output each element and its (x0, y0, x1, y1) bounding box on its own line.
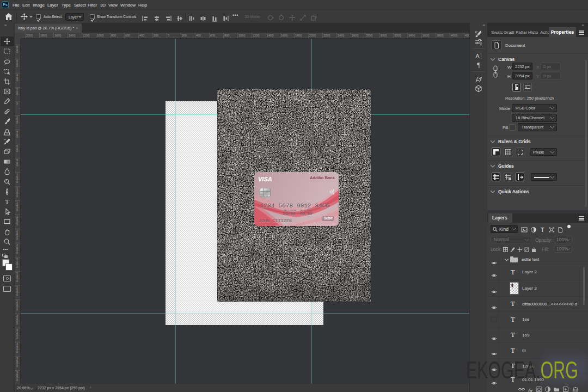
svg-text:T: T (541, 226, 544, 233)
svg-text:¶: ¶ (477, 61, 480, 69)
svg-text:A: A (475, 53, 480, 59)
svg-text:T: T (5, 198, 9, 205)
